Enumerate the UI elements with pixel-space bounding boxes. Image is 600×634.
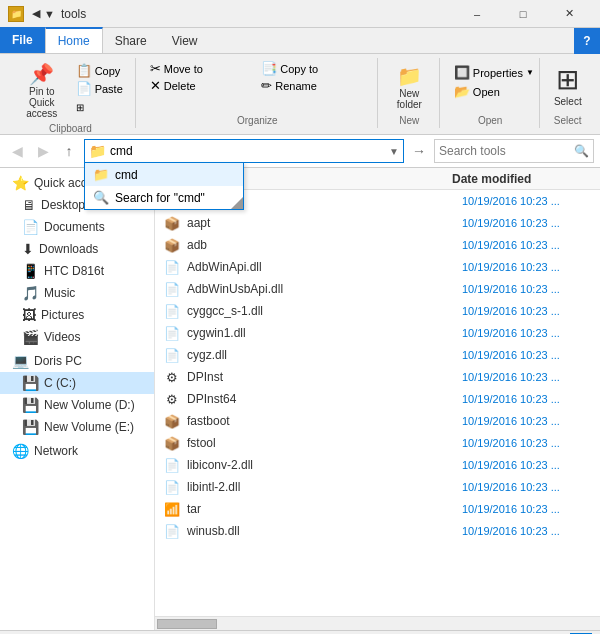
horizontal-scrollbar[interactable] (155, 616, 600, 630)
back-button[interactable]: ◀ (6, 140, 28, 162)
maximize-button[interactable]: □ (500, 0, 546, 28)
search-input[interactable] (439, 144, 574, 158)
sidebar-item-cdrive[interactable]: 💾 C (C:) (0, 372, 154, 394)
sidebar-item-edrive[interactable]: 💾 New Volume (E:) (0, 416, 154, 438)
open-icon: 📂 (454, 84, 470, 99)
pin-to-quick-access-button[interactable]: 📌 Pin to Quickaccess (14, 62, 70, 121)
file-date-cygz: 10/19/2016 10:23 ... (462, 349, 592, 361)
tab-share[interactable]: Share (103, 28, 160, 53)
sidebar-item-thispc-label: Doris PC (34, 354, 82, 368)
sidebar-item-music[interactable]: 🎵 Music (0, 282, 154, 304)
new-folder-button[interactable]: 📁 Newfolder (391, 64, 428, 112)
table-row[interactable]: 📦 adb 10/19/2016 10:23 ... (155, 234, 600, 256)
file-name-fstool: fstool (187, 436, 462, 450)
file-icon-dpinst64: ⚙ (163, 392, 181, 407)
file-date-winusb: 10/19/2016 10:23 ... (462, 525, 592, 537)
table-row[interactable]: 📄 cygwin1.dll 10/19/2016 10:23 ... (155, 322, 600, 344)
table-row[interactable]: 📄 libiconv-2.dll 10/19/2016 10:23 ... (155, 454, 600, 476)
autocomplete-item-search[interactable]: 🔍 Search for "cmd" (85, 186, 243, 209)
sidebar-item-videos[interactable]: 🎬 Videos (0, 326, 154, 348)
hscroll-track (157, 619, 598, 629)
sidebar-item-network[interactable]: 🌐 Network (0, 440, 154, 462)
up-button[interactable]: ↑ (58, 140, 80, 162)
rename-button[interactable]: ✏ Rename (257, 77, 369, 94)
copy-button[interactable]: 📋 Copy (72, 62, 127, 79)
tab-file[interactable]: File (0, 27, 45, 53)
file-date-dpinst: 10/19/2016 10:23 ... (462, 371, 592, 383)
move-to-button[interactable]: ✂ Move to (146, 60, 258, 77)
tab-home[interactable]: Home (45, 27, 103, 53)
sidebar-item-videos-label: Videos (44, 330, 80, 344)
open-button[interactable]: 📂 Open (450, 83, 504, 100)
sidebar-item-htc[interactable]: 📱 HTC D816t (0, 260, 154, 282)
address-bar: ◀ ▶ ↑ 📁 ▼ 📁 cmd 🔍 Search for "cmd" → 🔍 (0, 135, 600, 168)
table-row[interactable]: 📦 fastboot 10/19/2016 10:23 ... (155, 410, 600, 432)
help-button[interactable]: ? (574, 28, 600, 54)
ribbon-group-new: 📁 Newfolder New (380, 58, 440, 128)
sidebar-item-ddrive[interactable]: 💾 New Volume (D:) (0, 394, 154, 416)
address-input[interactable] (110, 144, 389, 158)
sidebar-item-thispc[interactable]: 💻 Doris PC (0, 350, 154, 372)
sidebar-item-pictures[interactable]: 🖼 Pictures (0, 304, 154, 326)
open-buttons: 🔲 Properties ▼ 📂 Open (450, 60, 531, 100)
htc-icon: 📱 (22, 263, 39, 279)
delete-button[interactable]: ✕ Delete (146, 77, 258, 94)
file-list-wrapper: 📦 7z 10/19/2016 10:23 ... 📦 aapt 10/19/2… (155, 190, 600, 616)
copy-to-button[interactable]: 📑 Copy to (257, 60, 369, 77)
table-row[interactable]: ⚙ DPInst 10/19/2016 10:23 ... (155, 366, 600, 388)
moveto-icon: ✂ (150, 61, 161, 76)
file-date-cygwin1: 10/19/2016 10:23 ... (462, 327, 592, 339)
delete-icon: ✕ (150, 78, 161, 93)
rename-icon: ✏ (261, 78, 272, 93)
file-name-dpinst64: DPInst64 (187, 392, 462, 406)
ribbon-content: 📌 Pin to Quickaccess 📋 Copy 📄 Paste (0, 54, 600, 134)
tab-view[interactable]: View (160, 28, 211, 53)
forward-button[interactable]: ▶ (32, 140, 54, 162)
file-icon-aapt: 📦 (163, 216, 181, 231)
ribbon-group-select: ⊞ Select Select (542, 58, 594, 128)
autocomplete-dropdown: 📁 cmd 🔍 Search for "cmd" (84, 162, 244, 210)
hscroll-thumb[interactable] (157, 619, 217, 629)
new-folder-icon: 📁 (397, 66, 422, 86)
table-row[interactable]: 📄 AdbWinApi.dll 10/19/2016 10:23 ... (155, 256, 600, 278)
address-folder-icon: 📁 (89, 143, 106, 159)
organize-group-label: Organize (237, 113, 278, 126)
table-row[interactable]: 📶 tar 10/19/2016 10:23 ... (155, 498, 600, 520)
table-row[interactable]: ⚙ DPInst64 10/19/2016 10:23 ... (155, 388, 600, 410)
file-date-libintl: 10/19/2016 10:23 ... (462, 481, 592, 493)
quickaccess-icon: ⭐ (12, 175, 29, 191)
table-row[interactable]: 📄 libintl-2.dll 10/19/2016 10:23 ... (155, 476, 600, 498)
minimize-button[interactable]: – (454, 0, 500, 28)
close-button[interactable]: ✕ (546, 0, 592, 28)
column-date-modified[interactable]: Date modified (448, 172, 578, 186)
sidebar-item-desktop-label: Desktop (41, 198, 85, 212)
file-name-aapt: aapt (187, 216, 462, 230)
file-name-cyggcc: cyggcc_s-1.dll (187, 304, 462, 318)
file-icon-fstool: 📦 (163, 436, 181, 451)
sidebar-item-music-label: Music (44, 286, 75, 300)
table-row[interactable]: 📄 cygz.dll 10/19/2016 10:23 ... (155, 344, 600, 366)
clipboard-more-button[interactable]: ⊞ (72, 101, 127, 114)
file-name-cygz: cygz.dll (187, 348, 462, 362)
go-button[interactable]: → (408, 140, 430, 162)
folder-icon-small: 📁 (8, 6, 24, 22)
table-row[interactable]: 📄 winusb.dll 10/19/2016 10:23 ... (155, 520, 600, 542)
sidebar-item-ddrive-label: New Volume (D:) (44, 398, 135, 412)
file-date-cyggcc: 10/19/2016 10:23 ... (462, 305, 592, 317)
copy-label: Copy (95, 65, 121, 77)
address-dropdown-button[interactable]: ▼ (389, 146, 399, 157)
autocomplete-item-cmd[interactable]: 📁 cmd (85, 163, 243, 186)
sidebar-item-documents[interactable]: 📄 Documents (0, 216, 154, 238)
table-row[interactable]: 📄 cyggcc_s-1.dll 10/19/2016 10:23 ... (155, 300, 600, 322)
paste-button[interactable]: 📄 Paste (72, 80, 127, 97)
table-row[interactable]: 📦 fstool 10/19/2016 10:23 ... (155, 432, 600, 454)
sidebar-item-htc-label: HTC D816t (44, 264, 104, 278)
paste-label: Paste (95, 83, 123, 95)
file-name-tar: tar (187, 502, 462, 516)
title-bar-back-icon: ◀ (32, 7, 40, 20)
table-row[interactable]: 📦 aapt 10/19/2016 10:23 ... (155, 212, 600, 234)
sidebar-item-downloads[interactable]: ⬇ Downloads (0, 238, 154, 260)
properties-button[interactable]: 🔲 Properties ▼ (450, 64, 538, 81)
select-button[interactable]: ⊞ Select (548, 64, 588, 109)
table-row[interactable]: 📄 AdbWinUsbApi.dll 10/19/2016 10:23 ... (155, 278, 600, 300)
